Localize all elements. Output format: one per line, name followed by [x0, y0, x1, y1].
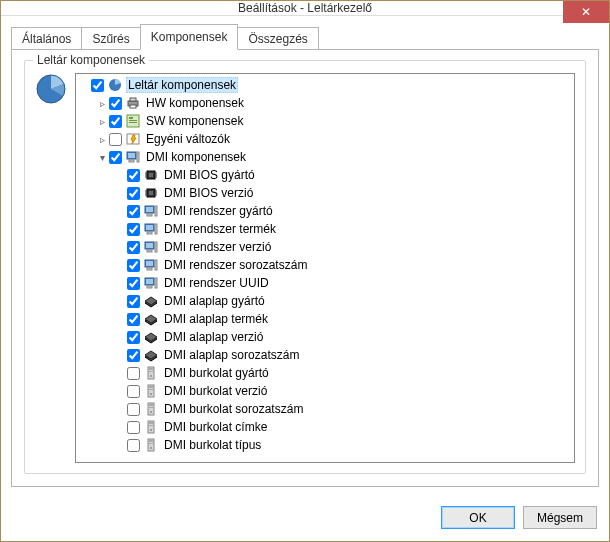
- chevron-right-icon[interactable]: ▹: [96, 97, 108, 109]
- tree-checkbox[interactable]: [109, 133, 122, 146]
- svg-rect-77: [149, 440, 153, 442]
- settings-window: Beállítások - Leltárkezelő ✕ Általános S…: [0, 0, 610, 542]
- group-label: Leltár komponensek: [33, 53, 149, 67]
- tree-node[interactable]: DMI burkolat sorozatszám: [112, 400, 574, 418]
- tree-checkbox[interactable]: [127, 403, 140, 416]
- tree-node[interactable]: ▹HW komponensek: [94, 94, 574, 112]
- tree-node-label: DMI rendszer gyártó: [162, 204, 275, 218]
- tree-node-label: DMI burkolat címke: [162, 420, 269, 434]
- svg-point-63: [150, 375, 152, 377]
- tree-checkbox[interactable]: [127, 313, 140, 326]
- dialog-buttons: OK Mégsem: [1, 498, 609, 541]
- tree-checkbox[interactable]: [127, 259, 140, 272]
- tab-summary[interactable]: Összegzés: [237, 27, 318, 50]
- group-inventory-components: Leltár komponensek Leltár komponensek▹HW…: [24, 60, 586, 474]
- titlebar: Beállítások - Leltárkezelő ✕: [1, 1, 609, 16]
- tree-node[interactable]: DMI BIOS gyártó: [112, 166, 574, 184]
- tree-node[interactable]: DMI alaplap verzió: [112, 328, 574, 346]
- case-icon: [143, 419, 159, 435]
- svg-rect-49: [146, 279, 153, 284]
- svg-rect-45: [146, 261, 153, 266]
- tree-node[interactable]: ▾DMI komponensek: [94, 148, 574, 166]
- tree-checkbox[interactable]: [127, 205, 140, 218]
- close-button[interactable]: ✕: [563, 1, 609, 23]
- svg-rect-69: [149, 404, 153, 406]
- svg-rect-8: [129, 120, 137, 121]
- tree-checkbox[interactable]: [127, 223, 140, 236]
- tree-node-label: DMI rendszer UUID: [162, 276, 271, 290]
- svg-point-75: [150, 429, 152, 431]
- tree-node[interactable]: DMI burkolat típus: [112, 436, 574, 454]
- svg-rect-61: [149, 368, 153, 370]
- svg-rect-66: [149, 389, 153, 390]
- tree-node-label: DMI burkolat verzió: [162, 384, 269, 398]
- tree-checkbox[interactable]: [127, 277, 140, 290]
- svg-rect-62: [149, 371, 153, 372]
- tab-general[interactable]: Általános: [11, 27, 82, 50]
- chip-icon: [143, 185, 159, 201]
- tree-node[interactable]: DMI rendszer termék: [112, 220, 574, 238]
- tree-node[interactable]: Leltár komponensek: [76, 76, 574, 94]
- svg-rect-47: [147, 268, 152, 270]
- tree-checkbox[interactable]: [127, 439, 140, 452]
- svg-rect-33: [146, 207, 153, 212]
- tree-node[interactable]: ▹SW komponensek: [94, 112, 574, 130]
- svg-rect-35: [147, 214, 152, 216]
- tree-node[interactable]: DMI rendszer sorozatszám: [112, 256, 574, 274]
- svg-rect-51: [147, 286, 152, 288]
- tree-node-label: DMI alaplap gyártó: [162, 294, 267, 308]
- tree-node[interactable]: DMI burkolat gyártó: [112, 364, 574, 382]
- svg-rect-50: [155, 278, 157, 288]
- tree-node[interactable]: DMI rendszer verzió: [112, 238, 574, 256]
- tree-node[interactable]: DMI BIOS verzió: [112, 184, 574, 202]
- tree-checkbox[interactable]: [109, 97, 122, 110]
- tree-node[interactable]: DMI rendszer gyártó: [112, 202, 574, 220]
- tab-filter[interactable]: Szűrés: [81, 27, 140, 50]
- computer-icon: [143, 257, 159, 273]
- tree-checkbox[interactable]: [127, 349, 140, 362]
- tree-checkbox[interactable]: [91, 79, 104, 92]
- svg-rect-73: [149, 422, 153, 424]
- component-tree[interactable]: Leltár komponensek▹HW komponensek▹SW kom…: [75, 73, 575, 463]
- computer-icon: [143, 239, 159, 255]
- cancel-button[interactable]: Mégsem: [523, 506, 597, 529]
- board-icon: [143, 329, 159, 345]
- svg-rect-15: [129, 160, 134, 162]
- svg-rect-43: [147, 250, 152, 252]
- tree-node[interactable]: DMI alaplap gyártó: [112, 292, 574, 310]
- tree-checkbox[interactable]: [127, 331, 140, 344]
- tab-components[interactable]: Komponensek: [140, 24, 239, 50]
- svg-rect-34: [155, 206, 157, 216]
- tree-node[interactable]: DMI alaplap termék: [112, 310, 574, 328]
- svg-rect-65: [149, 386, 153, 388]
- svg-rect-42: [155, 242, 157, 252]
- window-title: Beállítások - Leltárkezelő: [1, 1, 609, 15]
- tree-checkbox[interactable]: [127, 385, 140, 398]
- chevron-right-icon[interactable]: ▹: [96, 133, 108, 145]
- tree-checkbox[interactable]: [127, 169, 140, 182]
- tree-node[interactable]: ▹Egyéni változók: [94, 130, 574, 148]
- chip-icon: [143, 167, 159, 183]
- svg-rect-5: [130, 105, 136, 108]
- tree-node[interactable]: DMI burkolat verzió: [112, 382, 574, 400]
- svg-rect-41: [146, 243, 153, 248]
- printer-icon: [125, 95, 141, 111]
- software-icon: [125, 113, 141, 129]
- tree-checkbox[interactable]: [109, 151, 122, 164]
- tree-node-label: DMI rendszer sorozatszám: [162, 258, 309, 272]
- svg-rect-7: [129, 117, 133, 119]
- tree-node[interactable]: DMI alaplap sorozatszám: [112, 346, 574, 364]
- chevron-down-icon[interactable]: ▾: [96, 151, 108, 163]
- chevron-right-icon[interactable]: ▹: [96, 115, 108, 127]
- tree-node[interactable]: DMI rendszer UUID: [112, 274, 574, 292]
- tree-node[interactable]: DMI burkolat címke: [112, 418, 574, 436]
- tree-checkbox[interactable]: [109, 115, 122, 128]
- tree-checkbox[interactable]: [127, 295, 140, 308]
- tree-checkbox[interactable]: [127, 241, 140, 254]
- tree-checkbox[interactable]: [127, 367, 140, 380]
- tree-checkbox[interactable]: [127, 421, 140, 434]
- ok-button[interactable]: OK: [441, 506, 515, 529]
- svg-rect-17: [149, 173, 153, 177]
- board-icon: [143, 311, 159, 327]
- tree-checkbox[interactable]: [127, 187, 140, 200]
